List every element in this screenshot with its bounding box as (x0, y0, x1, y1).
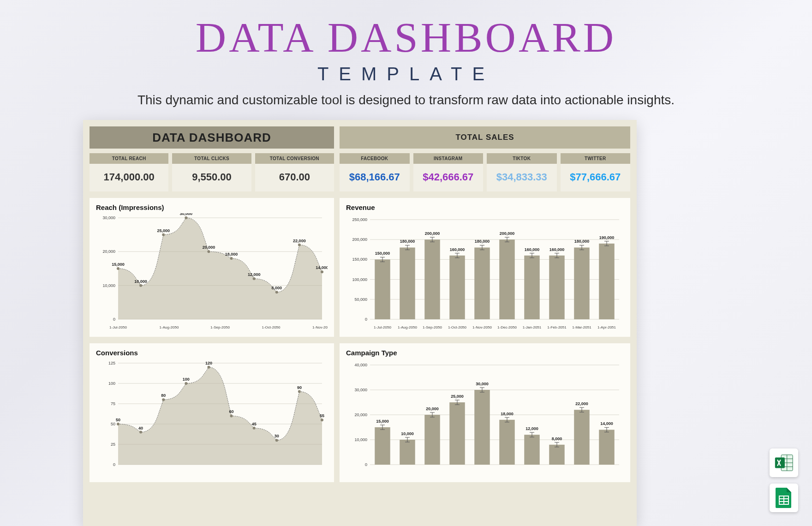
chart-title: Reach (Impressions) (96, 203, 328, 211)
banner-title: DATA DASHBOARD (90, 126, 334, 149)
metric-value: $34,833.33 (487, 164, 557, 191)
svg-text:20,000: 20,000 (203, 245, 215, 250)
chart-title: Campaign Type (346, 349, 624, 357)
svg-text:10,000: 10,000 (102, 283, 115, 288)
svg-text:30,000: 30,000 (354, 388, 367, 392)
svg-text:1-Oct-2050: 1-Oct-2050 (448, 325, 467, 329)
svg-point-125 (207, 366, 210, 369)
metric-label: TWITTER (561, 153, 631, 164)
metric-card: TOTAL CONVERSION670.00 (255, 153, 334, 191)
svg-text:1-Sep-2050: 1-Sep-2050 (210, 325, 230, 329)
metric-label: TOTAL CLICKS (172, 153, 251, 164)
svg-rect-152 (400, 440, 415, 465)
svg-text:18,000: 18,000 (501, 412, 513, 416)
svg-text:1-Sep-2050: 1-Sep-2050 (423, 325, 442, 329)
svg-text:30,000: 30,000 (180, 213, 193, 216)
metric-card: TOTAL REACH174,000.00 (90, 153, 168, 191)
svg-text:14,000: 14,000 (316, 265, 328, 270)
metric-value: 670.00 (255, 164, 334, 191)
format-icons (770, 448, 798, 512)
svg-rect-182 (549, 445, 564, 465)
dashboard-preview: DATA DASHBOARD TOTAL SALES TOTAL REACH17… (83, 120, 637, 526)
svg-text:190,000: 190,000 (599, 235, 615, 240)
svg-text:10,000: 10,000 (134, 279, 147, 284)
hero-subtitle: TEMPLATE (0, 64, 812, 84)
svg-text:40: 40 (138, 426, 143, 430)
svg-text:22,000: 22,000 (293, 239, 306, 243)
svg-text:22,000: 22,000 (575, 401, 588, 406)
svg-text:20,000: 20,000 (102, 249, 115, 254)
svg-text:25,000: 25,000 (451, 394, 464, 399)
svg-text:1-Mar-2051: 1-Mar-2051 (572, 325, 591, 329)
svg-rect-162 (449, 402, 465, 465)
svg-text:60: 60 (229, 409, 234, 414)
svg-text:0: 0 (365, 317, 367, 322)
svg-text:0: 0 (113, 462, 115, 467)
svg-text:8,000: 8,000 (272, 286, 282, 290)
metric-card: FACEBOOK$68,166.67 (340, 153, 410, 191)
google-sheets-icon[interactable] (770, 484, 798, 512)
svg-text:1-Nov-2050: 1-Nov-2050 (472, 325, 492, 329)
svg-text:55: 55 (320, 413, 324, 418)
svg-point-131 (275, 439, 278, 442)
svg-point-16 (207, 250, 210, 253)
svg-text:180,000: 180,000 (475, 239, 490, 244)
hero-title: DATA DASHBOARD (0, 13, 812, 62)
svg-text:180,000: 180,000 (400, 239, 415, 244)
svg-text:160,000: 160,000 (450, 247, 465, 252)
svg-text:12,000: 12,000 (525, 426, 538, 431)
svg-rect-202 (775, 458, 785, 468)
svg-text:8,000: 8,000 (552, 436, 562, 441)
svg-rect-50 (400, 247, 415, 319)
svg-rect-167 (474, 390, 490, 465)
svg-text:20,000: 20,000 (354, 412, 367, 417)
svg-text:30,000: 30,000 (476, 382, 489, 386)
svg-text:160,000: 160,000 (549, 247, 565, 252)
svg-text:15,000: 15,000 (112, 262, 125, 267)
svg-text:40,000: 40,000 (354, 363, 367, 367)
svg-text:45: 45 (252, 422, 257, 426)
svg-text:180,000: 180,000 (574, 239, 590, 244)
svg-rect-80 (549, 256, 564, 319)
svg-text:0: 0 (113, 317, 115, 322)
svg-rect-157 (424, 415, 440, 465)
metric-value: $68,166.67 (340, 164, 410, 191)
svg-text:10,000: 10,000 (354, 437, 367, 442)
svg-text:80: 80 (161, 393, 166, 398)
svg-rect-70 (499, 239, 514, 319)
metric-label: FACEBOOK (340, 153, 410, 164)
svg-point-117 (117, 423, 119, 425)
metric-value: 9,550.00 (172, 164, 251, 191)
svg-text:1-Jan-2051: 1-Jan-2051 (523, 325, 542, 329)
svg-text:20,000: 20,000 (426, 406, 439, 411)
svg-point-26 (321, 270, 323, 273)
svg-rect-45 (375, 259, 390, 319)
svg-text:150,000: 150,000 (375, 251, 390, 256)
svg-text:0: 0 (365, 462, 367, 467)
svg-rect-75 (524, 256, 539, 319)
svg-point-123 (185, 382, 187, 385)
metric-label: TIKTOK (487, 153, 557, 164)
metric-label: INSTAGRAM (413, 153, 484, 164)
svg-text:10,000: 10,000 (401, 431, 414, 436)
svg-text:12,000: 12,000 (248, 272, 261, 277)
svg-text:30,000: 30,000 (102, 215, 115, 220)
svg-text:125: 125 (108, 361, 115, 365)
metrics-right-group: FACEBOOK$68,166.67INSTAGRAM$42,666.67TIK… (340, 153, 630, 191)
chart-campaign: Campaign Type 010,00020,00030,00040,0001… (340, 343, 630, 482)
svg-text:250,000: 250,000 (352, 217, 367, 222)
svg-text:1-Aug-2050: 1-Aug-2050 (398, 325, 417, 329)
svg-text:14,000: 14,000 (600, 421, 613, 426)
svg-text:1-Nov-2050: 1-Nov-2050 (312, 325, 328, 329)
svg-point-20 (253, 277, 256, 280)
svg-text:1-Feb-2051: 1-Feb-2051 (547, 325, 567, 329)
metric-value: $42,666.67 (413, 164, 484, 191)
svg-text:1-Jul-2050: 1-Jul-2050 (109, 325, 127, 329)
svg-text:100: 100 (183, 377, 190, 382)
svg-rect-177 (524, 435, 539, 465)
svg-point-121 (162, 398, 165, 401)
svg-text:100: 100 (108, 381, 115, 386)
svg-text:1-Dec-2050: 1-Dec-2050 (497, 325, 517, 329)
excel-icon[interactable] (770, 448, 798, 477)
svg-text:200,000: 200,000 (425, 231, 440, 236)
